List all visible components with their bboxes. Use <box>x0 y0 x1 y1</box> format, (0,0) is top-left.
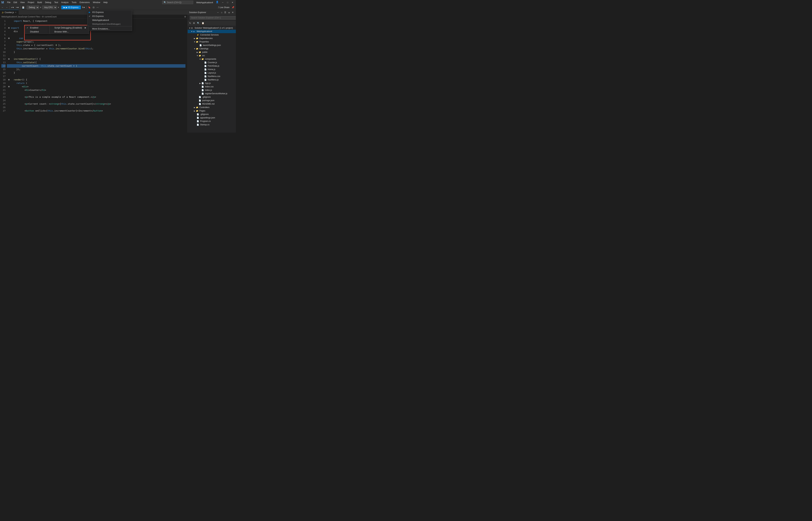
run-icon: ▶ <box>64 6 65 9</box>
menu-bar: M File Edit View Project Build Debug Tes… <box>0 0 236 5</box>
tree-navmenu-js[interactable]: 📄 NavMenu.js <box>188 78 236 82</box>
startup-cs-label: Startup.cs <box>200 123 209 126</box>
tree-rsw-js[interactable]: 📄 registerServiceWorker.js <box>188 92 236 95</box>
se-toolbar-btn-3[interactable]: 🔍 <box>196 21 200 25</box>
tree-program-cs[interactable]: 📄 Program.cs <box>188 119 236 123</box>
line-numbers: 12345 678910 11121314 1516171819 2021222… <box>0 19 7 133</box>
se-sync-btn[interactable]: ↔ <box>216 10 220 15</box>
search-placeholder: Search (Ctrl+Q) <box>167 1 181 4</box>
tree-counter-js[interactable]: 📄 Counter.js <box>188 61 236 64</box>
index-js-label: index.js <box>205 89 212 91</box>
menu-extensions[interactable]: Extensions <box>78 1 91 4</box>
tree-home-js[interactable]: 📄 Home.js <box>188 68 236 71</box>
menu-help[interactable]: Help <box>102 1 109 4</box>
tree-gitignore-root[interactable]: 📄 .gitignore <box>188 113 236 116</box>
live-share-label: Live Share <box>220 6 229 9</box>
tree-layout-js[interactable]: 📄 Layout.js <box>188 71 236 74</box>
properties-icon: 📁 <box>196 41 199 43</box>
tree-startup-cs[interactable]: 📄 Startup.cs <box>188 123 236 127</box>
breadcrumb-path: WebApplication4 JavaScript Content Files <box>1 16 40 18</box>
fetchdata-js-label: FetchData.js <box>208 65 219 67</box>
refresh-btn[interactable]: ↻▾ <box>81 5 86 9</box>
se-toolbar-btn-2[interactable]: ⚙ <box>192 21 196 25</box>
tree-navmenu-css[interactable]: 📄 NavMenu.css <box>188 74 236 78</box>
se-home-btn[interactable]: ⌂ <box>220 10 223 15</box>
tree-appsettings[interactable]: 📄 appsettings.json <box>188 116 236 119</box>
menu-project[interactable]: Project <box>26 1 36 4</box>
cpu-dropdown[interactable]: Any CPU <box>42 5 57 9</box>
se-toolbar-btn-4[interactable]: 📋 <box>201 21 205 25</box>
menu-edit[interactable]: Edit <box>12 1 19 4</box>
tree-solution[interactable]: ▼ ⊟ Solution 'WebApplication4' (1 of 1 p… <box>188 26 236 30</box>
tree-index-css[interactable]: 📄 index.css <box>188 85 236 88</box>
live-share-button[interactable]: ⤴ Live Share <box>217 6 230 9</box>
minimize-button[interactable]: ─ <box>221 1 225 4</box>
undo-group[interactable]: ↩▾ <box>10 5 15 9</box>
run-button[interactable]: ▶ ▶ IIS Express <box>61 5 81 9</box>
menu-search-box[interactable]: 🔍 Search (Ctrl+Q) <box>162 1 193 4</box>
tree-src[interactable]: ▼ 📁 src <box>188 54 236 57</box>
gitignore2-label: .gitignore <box>200 113 208 115</box>
code-line-20: ⊞ <div> <box>7 85 185 88</box>
tree-package-json[interactable]: 📄 package.json <box>188 99 236 102</box>
debug-config-dropdown[interactable]: Debug <box>27 5 39 9</box>
breadcrumb-bar: WebApplication4 JavaScript Content Files… <box>0 15 187 19</box>
tree-dependencies[interactable]: ▶ 📁 Dependencies <box>188 37 236 40</box>
tree-controllers[interactable]: ▶ 📁 Controllers <box>188 106 236 109</box>
menu-test[interactable]: Test <box>53 1 60 4</box>
close-button[interactable]: ✕ <box>230 1 234 4</box>
tree-launch-settings[interactable]: 📄 launchSettings.json <box>188 44 236 47</box>
tab-close-btn[interactable]: ✕ <box>15 12 16 13</box>
tree-project[interactable]: ▼ ◈ WebApplication4 <box>188 30 236 33</box>
solution-explorer: Solution Explorer ↔ ⌂ ☰ ╤ ✕ ↻ ⚙ 🔍 📋 ▼ ⊟ … <box>187 10 236 133</box>
tree-readme[interactable]: 📄 README.md <box>188 102 236 106</box>
search-icon: 🔍 <box>164 1 166 4</box>
navmenu-css-icon: 📄 <box>204 75 207 77</box>
back-button[interactable]: ← <box>1 5 4 9</box>
solution-icon: ⊟ <box>191 27 194 29</box>
menu-window[interactable]: Window <box>91 1 102 4</box>
tree-public[interactable]: ▶ 📁 public <box>188 50 236 54</box>
tree-gitignore-client[interactable]: 📄 .gitignore <box>188 95 236 99</box>
se-search-input[interactable] <box>190 16 236 20</box>
tree-properties[interactable]: ▼ 📁 Properties <box>188 40 236 44</box>
code-editor[interactable]: 12345 678910 11121314 1516171819 2021222… <box>0 19 187 133</box>
tree-fetchdata-js[interactable]: 📄 FetchData.js <box>188 64 236 68</box>
tree-components[interactable]: ▼ 📁 components <box>188 57 236 61</box>
app-js-label: App.js <box>205 82 211 85</box>
pin-toolbar-btn[interactable]: 📌 <box>231 5 235 9</box>
tree-pages[interactable]: ▶ 📁 Pages <box>188 109 236 113</box>
redo-group[interactable]: ↪▾ <box>15 5 20 9</box>
zoom-btn[interactable]: ⊡ <box>92 5 95 9</box>
tree-index-js[interactable]: 📄 index.js <box>188 88 236 92</box>
editor-scrollbar[interactable] <box>185 19 187 133</box>
user-avatar[interactable]: 👤 <box>216 1 219 4</box>
menu-tools[interactable]: Tools <box>70 1 78 4</box>
se-toolbar-btn-1[interactable]: ↻ <box>188 21 192 25</box>
menu-file[interactable]: File <box>6 1 12 4</box>
se-tree: ▼ ⊟ Solution 'WebApplication4' (1 of 1 p… <box>188 26 236 133</box>
menu-debug[interactable]: Debug <box>44 1 52 4</box>
tree-connected-services[interactable]: ⚡ Connected Services <box>188 33 236 37</box>
menu-view[interactable]: View <box>19 1 26 4</box>
tree-clientapp[interactable]: ▼ 📁 ClientApp <box>188 47 236 50</box>
code-content[interactable]: import React, { Component ⊞ export dis ⊞… <box>7 19 185 133</box>
menu-build[interactable]: Build <box>36 1 43 4</box>
editor-tab-counter[interactable]: js Counter.js ✕ <box>0 10 19 15</box>
code-line-16: } <box>7 71 185 74</box>
appsettings-label: appsettings.json <box>200 116 215 119</box>
bookmark-btn[interactable]: 🔖 <box>87 5 91 9</box>
maximize-button[interactable]: □ <box>225 1 230 4</box>
se-close-btn[interactable]: ✕ <box>231 10 234 15</box>
se-pin-btn[interactable]: ╤ <box>227 10 231 15</box>
se-props-btn[interactable]: ☰ <box>223 10 227 15</box>
forward-button[interactable]: → <box>5 5 9 9</box>
controllers-label: Controllers <box>199 106 209 109</box>
expand-icon-deps: ▶ <box>193 38 196 39</box>
menu-analyze[interactable]: Analyze <box>60 1 70 4</box>
tree-app-js[interactable]: ▶ 📄 App.js <box>188 82 236 85</box>
se-header: Solution Explorer ↔ ⌂ ☰ ╤ ✕ <box>188 10 236 15</box>
readme-label: README.md <box>202 103 215 105</box>
save-all-btn[interactable]: 💾 <box>21 5 25 9</box>
toolbar-more[interactable]: ⋯ <box>96 5 99 9</box>
